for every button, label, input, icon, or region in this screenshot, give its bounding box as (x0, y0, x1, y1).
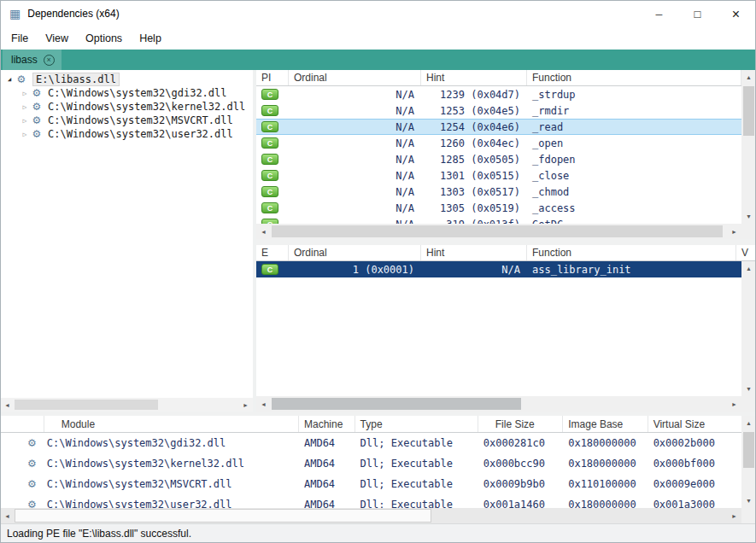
app-icon[interactable]: ▦ (9, 8, 21, 20)
modules-horizontal-scrollbar[interactable]: ◄ ► (0, 508, 741, 523)
column-v[interactable]: V (736, 245, 756, 260)
scrollbar-thumb[interactable] (272, 398, 521, 410)
tab-close-icon[interactable]: × (44, 55, 55, 66)
scroll-right-icon[interactable]: ► (727, 508, 741, 523)
import-ordinal: N/A (289, 137, 421, 149)
module-virtual-size: 0x000bf000 (648, 458, 741, 470)
module-row[interactable]: ⚙ C:\Windows\system32\MSVCRT.dll AMD64 D… (0, 474, 741, 494)
column-function[interactable]: Function (527, 245, 736, 260)
column-hint[interactable]: Hint (421, 70, 527, 85)
import-row[interactable]: C N/A 1253 (0x04e5) _rmdir (256, 102, 741, 119)
column-pi[interactable]: PI (256, 70, 289, 85)
import-row[interactable]: C N/A 1303 (0x0517) _chmod (256, 184, 741, 200)
imports-vertical-scrollbar[interactable]: ▲ ▼ (741, 70, 756, 224)
column-type[interactable]: Type (355, 416, 478, 432)
tree-item[interactable]: ▷ ⚙ C:\Windows\system32\user32.dll (15, 127, 253, 141)
menu-view[interactable]: View (37, 29, 77, 48)
import-function: _open (527, 137, 741, 149)
module-image-base: 0x180000000 (563, 458, 648, 470)
c-import-icon: C (261, 202, 278, 213)
import-hint: 1303 (0x0517) (421, 186, 527, 198)
import-row-selected[interactable]: C N/A 1254 (0x04e6) _read (256, 119, 741, 135)
import-row[interactable]: C N/A 1285 (0x0505) _fdopen (256, 151, 741, 167)
column-file-size[interactable]: File Size (478, 416, 564, 432)
maximize-button[interactable]: □ (678, 1, 717, 27)
column-ordinal[interactable]: Ordinal (289, 70, 421, 85)
scroll-up-icon[interactable]: ▲ (741, 416, 756, 430)
import-function: _chmod (527, 186, 741, 198)
scrollbar-thumb[interactable] (743, 432, 754, 468)
import-row[interactable]: C N/A 1239 (0x04d7) _strdup (256, 86, 741, 102)
import-row[interactable]: C N/A 1301 (0x0515) _close (256, 167, 741, 184)
scrollbar-thumb[interactable] (15, 400, 158, 410)
horizontal-splitter-imports-exports[interactable] (256, 239, 756, 245)
import-hint: 1301 (0x0515) (421, 170, 527, 182)
expander-open-icon[interactable]: ◢ (4, 76, 15, 83)
gear-icon: ⚙ (27, 458, 37, 469)
scroll-right-icon[interactable]: ► (727, 224, 741, 239)
module-tree: ◢ ⚙ E:\libass.dll ▷ ⚙ C:\Windows\system3… (0, 70, 253, 141)
scroll-left-icon[interactable]: ◄ (256, 396, 271, 412)
scrollbar-thumb[interactable] (15, 509, 431, 523)
exports-vertical-scrollbar[interactable]: ▲ ▼ (741, 261, 756, 396)
scroll-left-icon[interactable]: ◄ (256, 224, 271, 239)
tree-item-label: C:\Windows\system32\kernel32.dll (48, 101, 245, 113)
module-row[interactable]: ⚙ C:\Windows\system32\kernel32.dll AMD64… (0, 453, 741, 474)
scrollbar-corner (741, 396, 756, 412)
module-path: C:\Windows\system32\gdi32.dll (44, 437, 299, 449)
import-ordinal: N/A (289, 186, 421, 198)
module-icon: ⚙ (15, 73, 28, 85)
module-icon: ⚙ (0, 458, 44, 469)
expander-closed-icon[interactable]: ▷ (20, 103, 30, 111)
import-row[interactable]: C N/A 1305 (0x0519) _access (256, 200, 741, 216)
scrollbar-thumb[interactable] (743, 86, 754, 136)
export-icon-cell: C (256, 264, 289, 275)
scroll-up-icon[interactable]: ▲ (741, 70, 756, 85)
modules-vertical-scrollbar[interactable]: ▲ ▼ (741, 416, 756, 508)
tree-horizontal-scrollbar[interactable]: ◄ ► (0, 398, 253, 412)
column-image-base[interactable]: Image Base (563, 416, 648, 432)
minimize-button[interactable]: ─ (640, 1, 678, 27)
expander-closed-icon[interactable]: ▷ (20, 90, 30, 97)
exports-horizontal-scrollbar[interactable]: ◄ ► (256, 396, 741, 412)
scroll-right-icon[interactable]: ► (727, 396, 741, 412)
column-module-icon[interactable] (0, 416, 44, 432)
column-virtual-size[interactable]: Virtual Size (648, 416, 741, 432)
scroll-up-icon[interactable]: ▲ (741, 261, 756, 276)
c-import-icon: C (261, 121, 278, 132)
menu-options[interactable]: Options (77, 29, 131, 48)
module-row[interactable]: ⚙ C:\Windows\system32\gdi32.dll AMD64 Dl… (0, 433, 741, 453)
tree-root-row[interactable]: ◢ ⚙ E:\libass.dll (0, 73, 253, 86)
tree-item[interactable]: ▷ ⚙ C:\Windows\system32\gdi32.dll (15, 86, 253, 100)
scroll-down-icon[interactable]: ▼ (741, 209, 756, 224)
import-row[interactable]: C N/A 1260 (0x04ec) _open (256, 135, 741, 151)
export-row-selected[interactable]: C 1 (0x0001) N/A ass_library_init (256, 261, 756, 277)
import-function: _fdopen (527, 154, 741, 166)
close-button[interactable]: × (717, 1, 755, 27)
column-hint[interactable]: Hint (421, 245, 527, 260)
column-ordinal[interactable]: Ordinal (289, 245, 421, 260)
scroll-left-icon[interactable]: ◄ (0, 398, 15, 412)
tree-item[interactable]: ▷ ⚙ C:\Windows\system32\kernel32.dll (15, 100, 253, 114)
column-e[interactable]: E (256, 245, 289, 260)
module-type: Dll; Executable (355, 458, 478, 470)
menu-help[interactable]: Help (131, 29, 170, 48)
column-function[interactable]: Function (527, 70, 741, 85)
tab-label: libass (11, 54, 38, 66)
column-machine[interactable]: Machine (299, 416, 355, 432)
scroll-right-icon[interactable]: ► (238, 398, 253, 412)
column-module[interactable]: Module (44, 416, 299, 432)
scrollbar-thumb[interactable] (272, 225, 723, 237)
tab-libass[interactable]: libass × (3, 50, 62, 70)
scroll-left-icon[interactable]: ◄ (0, 508, 15, 523)
tree-item[interactable]: ▷ ⚙ C:\Windows\system32\MSVCRT.dll (15, 114, 253, 127)
scroll-down-icon[interactable]: ▼ (741, 493, 756, 508)
scroll-down-icon[interactable]: ▼ (741, 382, 756, 396)
expander-closed-icon[interactable]: ▷ (20, 117, 30, 125)
menu-file[interactable]: File (3, 29, 37, 48)
module-icon: ⚙ (30, 114, 44, 126)
expander-closed-icon[interactable]: ▷ (20, 131, 30, 138)
module-machine: AMD64 (299, 437, 355, 449)
imports-horizontal-scrollbar[interactable]: ◄ ► (256, 224, 741, 239)
menu-bar: File View Options Help (0, 27, 756, 50)
